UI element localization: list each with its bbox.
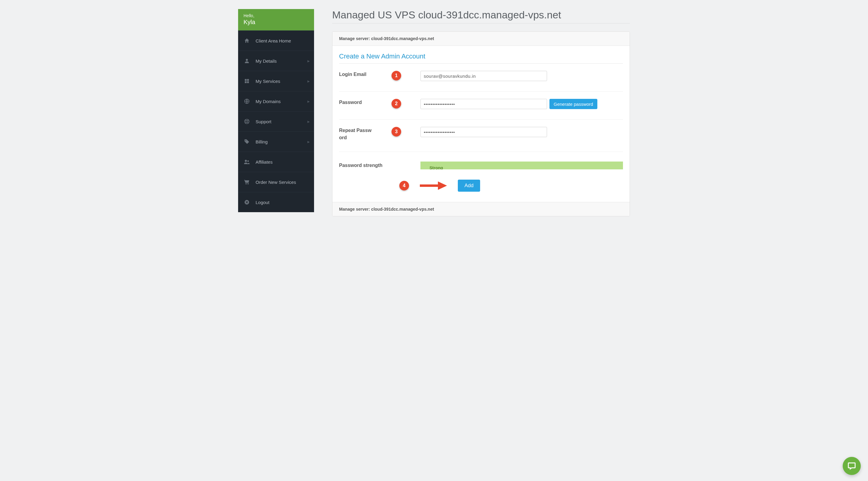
repeat-password-input[interactable] [421, 127, 547, 137]
sidebar-item-label: My Services [255, 79, 280, 84]
sidebar-item-logout[interactable]: Logout [238, 192, 314, 212]
home-icon [244, 37, 250, 44]
manage-server-panel: Manage server: cloud-391dcc.managed-vps.… [332, 31, 630, 216]
panel-footer: Manage server: cloud-391dcc.managed-vps.… [333, 202, 629, 216]
svg-point-7 [246, 121, 248, 123]
svg-point-11 [246, 184, 247, 185]
svg-rect-14 [420, 185, 439, 187]
panel-header-prefix: Manage server: [339, 36, 371, 41]
sidebar-item-affiliates[interactable]: Affiliates [238, 152, 314, 172]
login-email-label: Login Email [339, 71, 372, 78]
sidebar-greeting-block: Hello, Kyla [238, 9, 314, 30]
svg-rect-2 [247, 79, 249, 81]
sidebar-item-label: Logout [255, 200, 270, 205]
sidebar-item-label: Support [255, 119, 272, 124]
sidebar-item-support[interactable]: Support ▶ [238, 111, 314, 131]
username-text: Kyla [244, 19, 309, 26]
lifebuoy-icon [244, 118, 250, 125]
sidebar-item-label: Affiliates [255, 159, 273, 165]
panel-body: Create a New Admin Account Login Email 1 [333, 46, 629, 202]
password-strength-bar: Strong [421, 162, 623, 169]
repeat-password-label: Repeat Password [339, 127, 372, 141]
sidebar-item-my-details[interactable]: My Details ▶ [238, 51, 314, 71]
sidebar-item-label: My Domains [255, 99, 281, 104]
close-circle-icon [244, 199, 250, 205]
svg-rect-4 [247, 82, 249, 83]
arrow-right-icon [420, 182, 447, 190]
panel-header: Manage server: cloud-391dcc.managed-vps.… [333, 32, 629, 46]
form-row-repeat-password: Repeat Password 3 [339, 125, 623, 152]
cart-icon [244, 179, 250, 185]
svg-point-12 [248, 184, 249, 185]
password-label: Password [339, 99, 372, 106]
svg-point-9 [245, 160, 247, 162]
chevron-right-icon: ▶ [307, 100, 310, 103]
annotation-cell: 2 [372, 99, 421, 108]
grid-icon [244, 78, 250, 85]
chevron-right-icon: ▶ [307, 140, 310, 143]
chevron-right-icon: ▶ [307, 59, 310, 63]
sidebar-item-label: Billing [255, 139, 268, 145]
login-email-input[interactable] [421, 71, 547, 81]
sidebar-item-my-domains[interactable]: My Domains ▶ [238, 91, 314, 111]
svg-point-8 [245, 140, 246, 141]
add-button[interactable]: Add [458, 180, 480, 192]
greeting-text: Hello, [244, 13, 309, 18]
annotation-cell: 1 [372, 71, 421, 81]
chat-icon [847, 461, 856, 471]
chat-fab[interactable] [843, 457, 861, 475]
chevron-right-icon: ▶ [307, 79, 310, 83]
chevron-right-icon: ▶ [307, 120, 310, 123]
sidebar-item-billing[interactable]: Billing ▶ [238, 131, 314, 152]
annotation-badge-4: 4 [399, 181, 409, 190]
password-strength-label: Password strength [339, 163, 421, 168]
user-icon [244, 58, 250, 64]
main-content: Managed US VPS cloud-391dcc.managed-vps.… [332, 9, 630, 216]
annotation-cell: 3 [372, 127, 421, 136]
annotation-badge-3: 3 [392, 127, 401, 136]
svg-point-0 [246, 59, 248, 61]
title-divider [332, 23, 630, 24]
sidebar: Hello, Kyla Client Area Home My Details … [238, 9, 314, 212]
sidebar-item-my-services[interactable]: My Services ▶ [238, 71, 314, 91]
globe-icon [244, 98, 250, 104]
people-icon [244, 159, 250, 165]
sidebar-item-label: My Details [255, 59, 277, 64]
svg-rect-3 [245, 82, 247, 83]
section-title: Create a New Admin Account [339, 53, 623, 64]
generate-password-button[interactable]: Generate password [550, 99, 597, 109]
panel-footer-server: cloud-391dcc.managed-vps.net [371, 207, 434, 212]
annotation-badge-2: 2 [392, 99, 401, 108]
sidebar-item-client-area-home[interactable]: Client Area Home [238, 30, 314, 51]
form-row-login-email: Login Email 1 [339, 69, 623, 92]
svg-rect-1 [245, 79, 247, 81]
annotation-badge-1: 1 [392, 71, 401, 81]
form-row-password: Password 2 Generate password [339, 97, 623, 120]
submit-row: 4 Add [339, 171, 623, 202]
page-title: Managed US VPS cloud-391dcc.managed-vps.… [332, 9, 630, 21]
panel-header-server: cloud-391dcc.managed-vps.net [371, 36, 434, 41]
panel-footer-prefix: Manage server: [339, 207, 371, 212]
password-input[interactable] [421, 99, 547, 109]
svg-point-10 [247, 160, 249, 162]
password-strength-value: Strong [430, 165, 443, 169]
sidebar-item-label: Order New Services [255, 180, 296, 185]
password-strength-row: Password strength Strong [339, 157, 623, 171]
sidebar-item-label: Client Area Home [255, 38, 291, 43]
sidebar-item-order-new-services[interactable]: Order New Services [238, 172, 314, 192]
tag-icon [244, 138, 250, 145]
